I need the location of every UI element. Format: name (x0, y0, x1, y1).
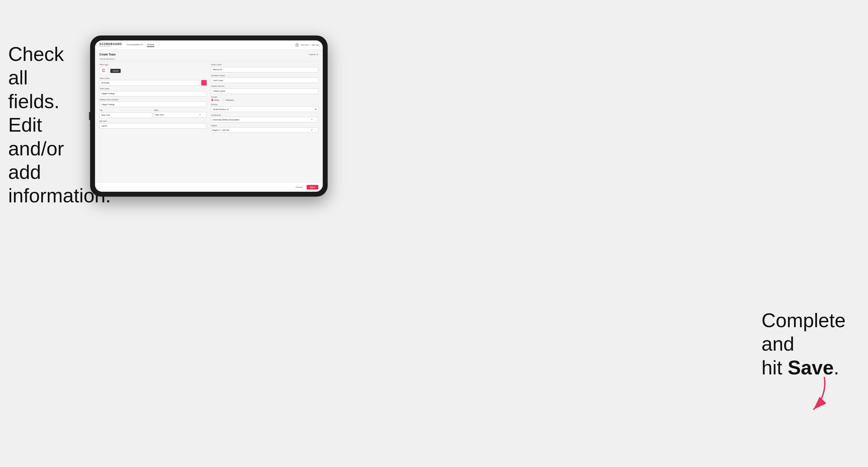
head-coach-label: Head Coach (211, 64, 318, 66)
conference-select[interactable]: University Athletic Association (211, 117, 310, 122)
region-dropdown-icon: ⌄ (314, 129, 318, 131)
display-name-label: Display name (unique) (99, 99, 207, 100)
city-input[interactable] (99, 113, 152, 118)
zip-label: Zip code (99, 120, 207, 122)
radio-dot (212, 99, 213, 101)
tablet-screen: SCOREBOARD Powered by clippd TOURNAMENTS… (95, 40, 323, 192)
close-icon: ✕ (316, 53, 318, 56)
team-name-input[interactable] (99, 91, 207, 96)
assistant-coach-input[interactable] (211, 77, 318, 83)
conference-clear-button[interactable]: ✕ (310, 119, 314, 121)
team-colour-label: Team colour (99, 77, 207, 79)
region-select-wrapper: Region II - (M) DIII ✕ ⌄ (211, 127, 318, 133)
team-colour-field: Team colour (99, 77, 207, 86)
complete-line1: Complete and (762, 309, 846, 355)
nav-tournaments[interactable]: TOURNAMENTS (126, 43, 143, 47)
division-field: Division NCAA Division III (211, 103, 318, 112)
region-field: Region Region II - (M) DIII ✕ ⌄ (211, 125, 318, 133)
zip-code-field: Zip code (99, 120, 207, 129)
instruction-line1: Check all fields. (8, 43, 64, 112)
navbar: SCOREBOARD Powered by clippd TOURNAMENTS… (95, 40, 323, 50)
head-coach-field: Head Coach (211, 64, 318, 72)
cancel-button[interactable]: Cancel (293, 185, 305, 190)
state-select-wrapper: New York ✕ ⌄ (154, 112, 207, 118)
gender-womens-radio[interactable] (222, 99, 225, 101)
section-label: TEAM DETAILS (99, 58, 318, 61)
team-logo-field: Team logo C Upload (99, 64, 207, 75)
athletic-director-input[interactable] (211, 89, 318, 94)
upload-button[interactable]: Upload (110, 69, 121, 73)
gender-label: Gender (211, 96, 318, 98)
nav-right: Test User | Sign out (295, 43, 318, 47)
logo-area: SCOREBOARD Powered by clippd (99, 43, 122, 47)
tablet-device: SCOREBOARD Powered by clippd TOURNAMENTS… (90, 35, 328, 197)
right-column: Head Coach Assistant Coach Athletic Dire… (211, 64, 318, 135)
team-logo-letter: C (102, 68, 105, 73)
state-subfield: State New York ✕ ⌄ (154, 109, 207, 118)
left-column: Team logo C Upload Team colour (99, 64, 207, 135)
city-state-row: City State New York ✕ ⌄ (99, 109, 207, 118)
state-select[interactable]: New York (154, 112, 198, 117)
display-name-input[interactable] (99, 102, 207, 107)
gender-options: Mens Womens (211, 99, 318, 101)
nav-teams[interactable]: TEAMS (147, 43, 155, 47)
city-label: City (99, 109, 152, 111)
state-dropdown-icon: ⌄ (202, 114, 207, 116)
conference-dropdown-icon: ⌄ (314, 119, 318, 121)
state-label: State (154, 109, 207, 111)
color-swatch[interactable] (201, 80, 207, 86)
instruction-text: Check all fields. Edit and/or add inform… (8, 42, 82, 208)
instruction-line2: Edit and/or add (8, 114, 64, 183)
division-label: Division (211, 103, 318, 105)
gender-mens-radio[interactable] (211, 99, 214, 101)
color-field (99, 80, 207, 86)
state-clear-button[interactable]: ✕ (198, 114, 202, 116)
save-button[interactable]: Save (307, 185, 318, 190)
logo-subtitle: Powered by clippd (99, 45, 122, 47)
main-content: Create Team Cancel ✕ TEAM DETAILS Team l… (95, 50, 323, 182)
team-name-label: Team name (99, 88, 207, 90)
form-footer: Cancel Save (95, 182, 323, 192)
cancel-top-button[interactable]: Cancel ✕ (309, 53, 318, 56)
display-name-field: Display name (unique) (99, 99, 207, 107)
cancel-top-label: Cancel (309, 53, 316, 56)
complete-text: Complete and hit Save. (762, 309, 854, 379)
division-select[interactable]: NCAA Division III (211, 106, 318, 112)
city-state-field: City State New York ✕ ⌄ (99, 109, 207, 118)
zip-input[interactable] (99, 123, 207, 129)
nav-links: TOURNAMENTS TEAMS (126, 43, 295, 47)
form-header: Create Team Cancel ✕ (99, 53, 318, 56)
gender-field: Gender Mens Womens (211, 96, 318, 101)
conference-field: Conference University Athletic Associati… (211, 114, 318, 122)
assistant-coach-label: Assistant Coach (211, 74, 318, 76)
signout-link[interactable]: Sign out (311, 44, 318, 46)
conference-select-wrapper: University Athletic Association ✕ ⌄ (211, 117, 318, 122)
city-subfield: City (99, 109, 152, 118)
athletic-director-label: Athletic Director (211, 85, 318, 87)
gender-mens-option[interactable]: Mens (211, 99, 219, 101)
gender-womens-option[interactable]: Womens (222, 99, 234, 101)
region-clear-button[interactable]: ✕ (310, 129, 314, 131)
gender-womens-label: Womens (226, 99, 234, 101)
athletic-director-field: Athletic Director (211, 85, 318, 94)
user-avatar (295, 43, 299, 47)
nav-username: Test User | (301, 44, 310, 46)
conference-label: Conference (211, 114, 318, 116)
logo-upload-area: C Upload (99, 66, 207, 75)
arrow-right-icon (805, 374, 835, 415)
region-label: Region (211, 125, 318, 126)
assistant-coach-field: Assistant Coach (211, 74, 318, 83)
team-name-field: Team name (99, 88, 207, 96)
team-logo-circle: C (99, 66, 108, 75)
form-title: Create Team (99, 53, 116, 56)
gender-mens-label: Mens (214, 99, 219, 101)
team-colour-input[interactable] (99, 80, 200, 86)
team-logo-label: Team logo (99, 64, 207, 66)
tablet-side-button (89, 112, 90, 120)
head-coach-input[interactable] (211, 67, 318, 72)
form-columns: Team logo C Upload Team colour (99, 64, 318, 135)
region-select[interactable]: Region II - (M) DIII (211, 128, 310, 132)
